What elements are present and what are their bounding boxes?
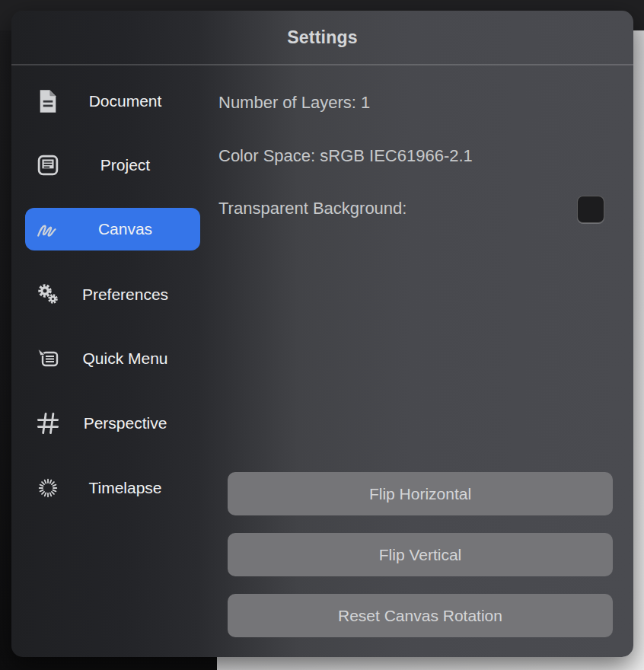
quick-menu-icon: [35, 346, 61, 372]
perspective-icon: [35, 410, 61, 436]
sidebar-item-label: Perspective: [61, 414, 200, 432]
transparent-background-label: Transparent Background:: [218, 199, 406, 219]
settings-dialog: Settings Document Project: [11, 11, 633, 657]
sidebar-item-label: Preferences: [61, 286, 200, 304]
sidebar-item-label: Timelapse: [61, 479, 200, 497]
sidebar-item-timelapse[interactable]: Timelapse: [25, 467, 200, 509]
dialog-titlebar: Settings: [11, 11, 633, 65]
sidebar-item-document[interactable]: Document: [25, 80, 200, 123]
sidebar-item-perspective[interactable]: Perspective: [25, 402, 200, 445]
transparent-background-checkbox[interactable]: [577, 196, 604, 223]
sidebar-item-label: Project: [61, 156, 200, 174]
sidebar-item-quick-menu[interactable]: Quick Menu: [25, 337, 200, 380]
reset-canvas-rotation-button[interactable]: Reset Canvas Rotation: [228, 594, 613, 637]
document-icon: [35, 88, 61, 114]
project-icon: [35, 152, 61, 178]
sidebar-item-label: Canvas: [61, 220, 200, 238]
preferences-icon: [35, 282, 61, 308]
flip-vertical-button[interactable]: Flip Vertical: [228, 533, 613, 576]
sidebar-item-label: Document: [61, 92, 200, 110]
sidebar-item-canvas[interactable]: Canvas: [25, 208, 200, 250]
dialog-title: Settings: [287, 27, 357, 48]
canvas-icon: [35, 216, 61, 242]
sidebar-item-label: Quick Menu: [61, 349, 200, 368]
sidebar-item-preferences[interactable]: Preferences: [25, 273, 200, 316]
flip-horizontal-button[interactable]: Flip Horizontal: [228, 472, 613, 515]
color-space-text: Color Space: sRGB IEC61966-2.1: [218, 146, 473, 166]
timelapse-icon: [35, 475, 61, 501]
sidebar-item-project[interactable]: Project: [25, 144, 200, 187]
number-of-layers-text: Number of Layers: 1: [218, 93, 370, 113]
